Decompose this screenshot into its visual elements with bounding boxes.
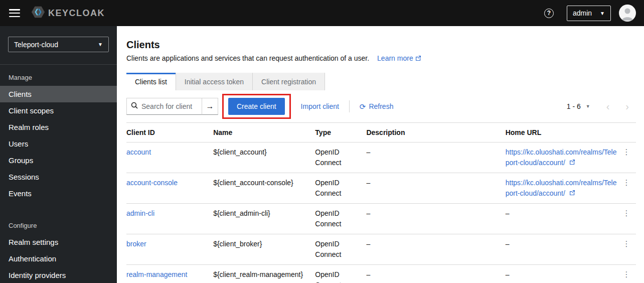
- client-id-link[interactable]: account: [126, 148, 151, 156]
- column-type: Type: [315, 123, 366, 143]
- brand-wordmark: KEYCLOAK: [48, 8, 105, 19]
- external-link-icon: [415, 55, 421, 61]
- client-id-link[interactable]: broker: [126, 240, 146, 248]
- sidebar-nav: ManageClientsClient scopesRealm rolesUse…: [0, 65, 117, 283]
- table-row: admin-cli ${client_admin-cli} OpenID Con…: [126, 204, 636, 234]
- client-home-url-cell: –: [506, 204, 621, 234]
- sidebar-item-realm-settings[interactable]: Realm settings: [0, 234, 117, 250]
- sidebar-item-groups[interactable]: Groups: [0, 152, 117, 169]
- keycloak-logo-icon: [31, 5, 45, 21]
- client-name-cell: ${client_account-console}: [213, 173, 315, 204]
- sidebar-item-users[interactable]: Users: [0, 135, 117, 152]
- client-description-cell: –: [366, 265, 505, 283]
- realm-selector-label: Teleport-cloud: [14, 41, 58, 49]
- kebab-menu-icon[interactable]: ⋮: [622, 178, 630, 187]
- table-row: realm-management ${client_realm-manageme…: [126, 265, 636, 283]
- pagination-top: 1 - 6 ▼ ‹ ›: [567, 101, 629, 111]
- tab-initial-access-token[interactable]: Initial access token: [176, 73, 252, 90]
- sidebar-item-sessions[interactable]: Sessions: [0, 169, 117, 185]
- user-dropdown-label: admin: [573, 9, 592, 17]
- pagination-dropdown-icon[interactable]: ▼: [586, 104, 590, 109]
- realm-selector[interactable]: Teleport-cloud ▼: [8, 37, 109, 52]
- avatar[interactable]: [619, 5, 636, 22]
- sidebar-item-clients[interactable]: Clients: [0, 86, 117, 102]
- client-home-url-cell: –: [506, 265, 621, 283]
- kebab-menu-icon[interactable]: ⋮: [622, 239, 630, 248]
- client-home-url-cell: –: [506, 234, 621, 265]
- client-type-cell: OpenID Connect: [315, 143, 366, 173]
- tab-bar: Clients list Initial access token Client…: [126, 73, 636, 90]
- sidebar-item-realm-roles[interactable]: Realm roles: [0, 119, 117, 135]
- external-link-icon: [569, 190, 575, 196]
- sidebar-item-authentication[interactable]: Authentication: [0, 250, 117, 267]
- column-description: Description: [366, 123, 505, 143]
- keycloak-admin-console: KEYCLOAK ? admin ▼ Teleport-cloud ▼ Mana…: [0, 0, 644, 283]
- nav-section-configure: ConfigureRealm settingsAuthenticationIde…: [0, 202, 117, 283]
- client-type-cell: OpenID Connect: [315, 173, 366, 204]
- page-description: Clients are applications and services th…: [126, 54, 369, 62]
- client-name-cell: ${client_admin-cli}: [213, 204, 315, 234]
- page-title: Clients: [126, 39, 636, 51]
- chevron-down-icon: ▼: [600, 11, 605, 16]
- search-submit-button[interactable]: →: [202, 98, 218, 115]
- kebab-menu-icon[interactable]: ⋮: [622, 209, 630, 217]
- chevron-down-icon: ▼: [98, 42, 103, 47]
- pagination-range-label: 1 - 6: [567, 102, 581, 110]
- client-type-cell: OpenID Connect: [315, 204, 366, 234]
- learn-more-link[interactable]: Learn more: [377, 54, 421, 62]
- kebab-menu-icon[interactable]: ⋮: [622, 148, 630, 156]
- sidebar-item-events[interactable]: Events: [0, 185, 117, 202]
- client-description-cell: –: [366, 234, 505, 265]
- client-type-cell: OpenID Connect: [315, 234, 366, 265]
- sidebar-item-identity-providers[interactable]: Identity providers: [0, 267, 117, 283]
- tab-client-registration[interactable]: Client registration: [252, 73, 325, 90]
- client-name-cell: ${client_broker}: [213, 234, 315, 265]
- nav-section-label: Manage: [0, 65, 117, 86]
- masthead: KEYCLOAK ? admin ▼: [0, 0, 644, 26]
- client-type-cell: OpenID Connect: [315, 265, 366, 283]
- table-header-row: Client ID Name Type Description Home URL: [126, 123, 636, 143]
- refresh-icon: ⟳: [360, 103, 366, 110]
- kebab-menu-icon[interactable]: ⋮: [622, 270, 630, 278]
- client-home-url-cell: https://kc.oluoshati.com/realms/Teleport…: [506, 143, 621, 173]
- client-description-cell: –: [366, 173, 505, 204]
- refresh-link[interactable]: ⟳ Refresh: [360, 102, 394, 110]
- table-row: account ${client_account} OpenID Connect…: [126, 143, 636, 173]
- table-row: account-console ${client_account-console…: [126, 173, 636, 204]
- annotation-highlight: Create client: [222, 94, 291, 119]
- user-dropdown[interactable]: admin ▼: [567, 6, 611, 21]
- create-client-button[interactable]: Create client: [228, 98, 285, 115]
- client-name-cell: ${client_account}: [213, 143, 315, 173]
- realm-selector-area: Teleport-cloud ▼: [0, 26, 117, 65]
- client-home-url-cell: https://kc.oluoshati.com/realms/Teleport…: [506, 173, 621, 204]
- column-name: Name: [213, 123, 315, 143]
- help-icon[interactable]: ?: [544, 9, 554, 18]
- home-url-link[interactable]: https://kc.oluoshati.com/realms/Teleport…: [506, 179, 617, 197]
- column-client-id: Client ID: [126, 123, 213, 143]
- toolbar: → Create client Import client ⟳ Refresh …: [126, 98, 636, 115]
- client-description-cell: –: [366, 143, 505, 173]
- home-url-link[interactable]: https://kc.oluoshati.com/realms/Teleport…: [506, 148, 617, 167]
- column-home-url: Home URL: [506, 123, 621, 143]
- pagination-prev-icon[interactable]: ‹: [606, 101, 610, 111]
- search-box: [126, 98, 202, 115]
- external-link-icon: [569, 159, 575, 165]
- keycloak-logo: KEYCLOAK: [31, 5, 105, 21]
- client-id-link[interactable]: admin-cli: [126, 209, 154, 217]
- tab-clients-list[interactable]: Clients list: [126, 73, 176, 90]
- sidebar: Teleport-cloud ▼ ManageClientsClient sco…: [0, 26, 117, 283]
- sidebar-item-client-scopes[interactable]: Client scopes: [0, 102, 117, 119]
- client-id-link[interactable]: realm-management: [126, 270, 187, 278]
- search-input[interactable]: [141, 102, 198, 110]
- client-id-link[interactable]: account-console: [126, 179, 178, 187]
- import-client-link[interactable]: Import client: [301, 102, 339, 110]
- search-icon: [131, 102, 138, 111]
- client-name-cell: ${client_realm-management}: [213, 265, 315, 283]
- table-row: broker ${client_broker} OpenID Connect –…: [126, 234, 636, 265]
- nav-section-manage: ManageClientsClient scopesRealm rolesUse…: [0, 65, 117, 202]
- client-description-cell: –: [366, 204, 505, 234]
- clients-table: Client ID Name Type Description Home URL…: [126, 122, 636, 283]
- hamburger-menu-icon[interactable]: [9, 9, 20, 17]
- pagination-next-icon[interactable]: ›: [625, 101, 629, 111]
- nav-section-label: Configure: [0, 202, 117, 234]
